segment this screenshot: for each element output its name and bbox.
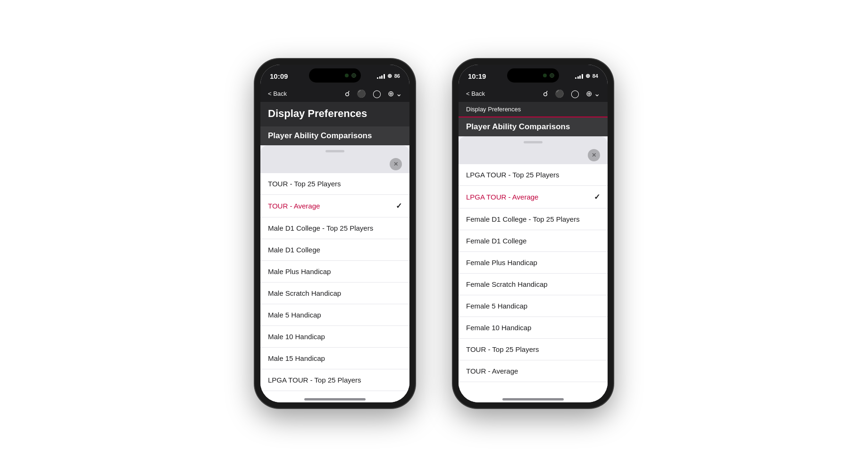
- sheet-handle-area-right: [459, 136, 608, 146]
- island-camera-right: [550, 73, 554, 78]
- status-time-right: 10:19: [468, 72, 486, 80]
- profile-icon-left[interactable]: ⚫: [357, 89, 366, 98]
- list-item-text: TOUR - Average: [466, 367, 518, 375]
- list-item[interactable]: TOUR - Top 25 Players: [260, 173, 409, 195]
- status-bar-left: 10:09 ⊛ 86: [260, 65, 409, 85]
- list-item-text: LPGA TOUR - Top 25 Players: [268, 376, 361, 384]
- signal-bar-3: [381, 75, 383, 79]
- list-item-text: Female 10 Handicap: [466, 324, 531, 332]
- home-bar-right: [502, 398, 564, 400]
- app-container: 10:09 ⊛ 86: [255, 59, 613, 408]
- list-item[interactable]: LPGA TOUR - Top 25 Players: [260, 369, 409, 391]
- sheet-handle-left: [326, 150, 344, 152]
- battery-right: 84: [593, 73, 598, 79]
- section-header-left: Player Ability Comparisons: [260, 126, 409, 145]
- list-item-text: Male Plus Handicap: [268, 267, 331, 275]
- signal-bar-r1: [575, 77, 576, 79]
- add-icon-left[interactable]: ⊕ ⌄: [388, 89, 402, 98]
- list-item[interactable]: Male D1 College: [260, 239, 409, 261]
- list-item[interactable]: Male 10 Handicap: [260, 326, 409, 348]
- status-bar-right: 10:19 ⊛ 84: [459, 65, 608, 85]
- list-item-text: Female 5 Handicap: [466, 302, 527, 310]
- phone-right-screen: 10:19 ⊛ 84: [459, 65, 608, 402]
- list-item-text: Male D1 College: [268, 246, 320, 254]
- list-item-text: TOUR - Top 25 Players: [268, 180, 341, 188]
- tab-label-right[interactable]: Display Preferences: [466, 102, 521, 117]
- signal-bar-r3: [579, 75, 581, 79]
- status-icons-right: ⊛ 84: [575, 73, 598, 79]
- list-item[interactable]: Male Scratch Handicap: [260, 283, 409, 304]
- list-item[interactable]: LPGA TOUR - Average✓: [459, 186, 608, 208]
- close-button-left[interactable]: ✕: [390, 158, 402, 170]
- home-indicator-left: [260, 395, 409, 402]
- sheet-close-row-left: ✕: [260, 155, 409, 173]
- page-header-left: Display Preferences: [260, 102, 409, 126]
- back-button-left[interactable]: < Back: [268, 90, 287, 97]
- list-item[interactable]: Female 10 Handicap: [459, 317, 608, 339]
- search-icon-right[interactable]: ☌: [543, 89, 548, 98]
- nav-icons-left: ☌ ⚫ ◯ ⊕ ⌄: [345, 89, 402, 98]
- back-button-right[interactable]: < Back: [466, 90, 485, 97]
- close-button-right[interactable]: ✕: [588, 149, 600, 161]
- list-item-text: Female Plus Handicap: [466, 259, 537, 267]
- list-item-text: Female D1 College - Top 25 Players: [466, 215, 580, 223]
- list-item[interactable]: Male 15 Handicap: [260, 348, 409, 369]
- list-item-text: TOUR - Top 25 Players: [466, 345, 539, 353]
- phone-left-screen: 10:09 ⊛ 86: [260, 65, 409, 402]
- phone-right: 10:19 ⊛ 84: [453, 59, 613, 408]
- nav-bar-left: < Back ☌ ⚫ ◯ ⊕ ⌄: [260, 85, 409, 102]
- list-item-text: LPGA TOUR - Top 25 Players: [466, 171, 559, 179]
- sheet-close-row-right: ✕: [459, 146, 608, 164]
- status-time-left: 10:09: [270, 72, 288, 80]
- list-item[interactable]: TOUR - Top 25 Players: [459, 339, 608, 360]
- list-item[interactable]: LPGA TOUR - Top 25 Players: [459, 164, 608, 186]
- signal-bar-r2: [577, 76, 579, 79]
- section-title-right: Player Ability Comparisons: [466, 122, 600, 132]
- island-dot-left: [345, 74, 349, 77]
- dynamic-island-left: [309, 68, 361, 83]
- signal-bar-r4: [582, 74, 583, 79]
- list-item[interactable]: Male 5 Handicap: [260, 304, 409, 326]
- list-item[interactable]: Male Plus Handicap: [260, 261, 409, 283]
- bottom-sheet-right: ✕ LPGA TOUR - Top 25 PlayersLPGA TOUR - …: [459, 136, 608, 402]
- dynamic-island-right: [507, 68, 559, 83]
- list-item-text: Male 15 Handicap: [268, 354, 325, 362]
- signal-bars-left: [377, 73, 385, 79]
- tab-area-right: Display Preferences: [459, 102, 608, 117]
- list-item[interactable]: Male D1 College - Top 25 Players: [260, 217, 409, 239]
- list-item[interactable]: Female D1 College: [459, 230, 608, 252]
- status-icons-left: ⊛ 86: [377, 73, 400, 79]
- list-item[interactable]: Female D1 College - Top 25 Players: [459, 208, 608, 230]
- phone-left: 10:09 ⊛ 86: [255, 59, 415, 408]
- list-item-text: Male D1 College - Top 25 Players: [268, 224, 373, 232]
- list-item-text: Male 10 Handicap: [268, 333, 325, 341]
- add-icon-right[interactable]: ⊕ ⌄: [586, 89, 600, 98]
- signal-bar-2: [379, 76, 381, 79]
- list-item[interactable]: Female Plus Handicap: [459, 252, 608, 274]
- profile-icon-right[interactable]: ⚫: [555, 89, 564, 98]
- home-indicator-right: [459, 395, 608, 402]
- checkmark-icon: ✓: [396, 201, 402, 210]
- list-item[interactable]: Female 5 Handicap: [459, 295, 608, 317]
- list-item[interactable]: Female Scratch Handicap: [459, 274, 608, 295]
- list-item-text: Female Scratch Handicap: [466, 280, 548, 288]
- list-item[interactable]: TOUR - Average: [459, 360, 608, 382]
- bell-icon-right[interactable]: ◯: [571, 89, 579, 98]
- section-header-right: Player Ability Comparisons: [459, 117, 608, 136]
- wifi-icon-right: ⊛: [585, 73, 590, 79]
- wifi-icon-left: ⊛: [387, 73, 392, 79]
- signal-bars-right: [575, 73, 583, 79]
- list-item-text: LPGA TOUR - Average: [466, 193, 538, 201]
- list-container-left: TOUR - Top 25 PlayersTOUR - Average✓Male…: [260, 173, 409, 395]
- sheet-handle-area-left: [260, 145, 409, 155]
- sheet-handle-right: [524, 141, 542, 143]
- list-container-right: LPGA TOUR - Top 25 PlayersLPGA TOUR - Av…: [459, 164, 608, 395]
- signal-bar-4: [384, 74, 385, 79]
- list-item-text: Female D1 College: [466, 237, 526, 245]
- battery-left: 86: [394, 73, 400, 79]
- bell-icon-left[interactable]: ◯: [373, 89, 381, 98]
- search-icon-left[interactable]: ☌: [345, 89, 350, 98]
- list-item[interactable]: TOUR - Average✓: [260, 195, 409, 217]
- signal-bar-1: [377, 77, 378, 79]
- nav-bar-right: < Back ☌ ⚫ ◯ ⊕ ⌄: [459, 85, 608, 102]
